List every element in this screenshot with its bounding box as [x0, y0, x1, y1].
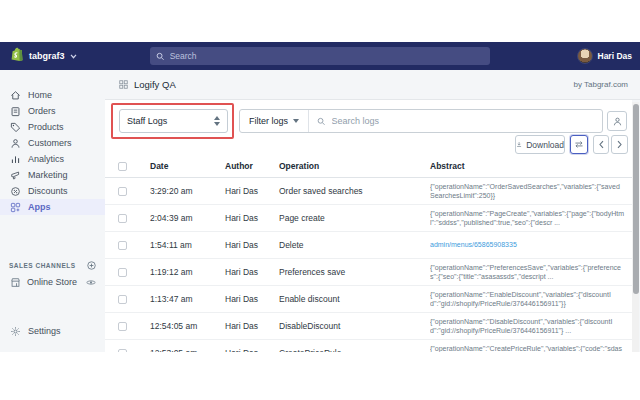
app-header: Logify QA by Tabgraf.com [105, 70, 640, 100]
user-avatar [577, 48, 593, 64]
search-icon [156, 52, 165, 61]
table-row[interactable]: 1:19:12 am Hari Das Preferences save {"o… [105, 259, 632, 286]
row-abstract: {"operationName":"CreatePriceRule","vari… [430, 344, 632, 353]
row-date: 1:54:11 am [150, 240, 225, 250]
column-header-author: Author [225, 161, 279, 171]
filter-logs-button[interactable]: Filter logs [240, 110, 309, 132]
column-header-date: Date [150, 161, 225, 171]
row-checkbox[interactable] [118, 295, 127, 304]
sidebar-item-orders[interactable]: Orders [0, 103, 105, 119]
row-author: Hari Das [225, 186, 279, 196]
store-name: tabgraf3 [29, 51, 65, 61]
row-operation: Order saved searches [279, 186, 430, 196]
sidebar-item-label: Apps [28, 202, 51, 212]
next-page-button[interactable] [611, 135, 628, 154]
table-row[interactable]: 1:54:11 am Hari Das Delete admin/menus/6… [105, 232, 632, 259]
global-search-input[interactable] [170, 51, 484, 61]
chevron-down-icon [293, 119, 299, 123]
log-search[interactable] [309, 110, 602, 132]
row-author: Hari Das [225, 213, 279, 223]
table-body: 3:29:20 am Hari Das Order saved searches… [105, 178, 632, 352]
row-operation: DisableDiscount [279, 321, 430, 331]
log-search-input[interactable] [332, 116, 594, 126]
sidebar-item-label: Marketing [28, 170, 68, 180]
scrollbar-thumb[interactable] [633, 104, 639, 294]
log-type-select[interactable]: Staff Logs [119, 109, 228, 133]
row-date: 1:19:12 am [150, 267, 225, 277]
person-icon [612, 116, 623, 127]
download-label: Download [526, 140, 564, 150]
page-title: Logify QA [134, 79, 176, 90]
app-grid-icon [119, 80, 128, 89]
refresh-button[interactable] [570, 135, 588, 154]
download-icon [516, 140, 522, 149]
sidebar-item-label: Customers [28, 138, 72, 148]
sales-channels-section: SALES CHANNELS [0, 258, 105, 272]
scrollbar[interactable] [632, 102, 639, 352]
sidebar-item-apps[interactable]: Apps [0, 199, 105, 215]
sidebar-item-label: Discounts [28, 186, 68, 196]
sidebar-item-discounts[interactable]: Discounts [0, 183, 105, 199]
app-byline: by Tabgraf.com [573, 80, 628, 89]
author-filter-button[interactable] [607, 111, 627, 131]
sidebar-item-online-store[interactable]: Online Store [0, 274, 105, 290]
table-row[interactable]: 2:04:39 am Hari Das Page create {"operat… [105, 205, 632, 232]
row-checkbox[interactable] [118, 268, 127, 277]
row-abstract: {"operationName":"OrderSavedSearches","v… [430, 182, 632, 201]
row-abstract: {"operationName":"EnableDiscount","varia… [430, 290, 632, 309]
sidebar-item-customers[interactable]: Customers [0, 135, 105, 151]
row-checkbox[interactable] [118, 187, 127, 196]
row-abstract: {"operationName":"DisableDiscount","vari… [430, 317, 632, 336]
products-icon [10, 122, 21, 133]
shopify-logo-icon [10, 47, 24, 66]
sidebar-item-label: Orders [28, 106, 56, 116]
sidebar-item-analytics[interactable]: Analytics [0, 151, 105, 167]
select-all-checkbox[interactable] [118, 162, 127, 171]
swap-arrows-icon [574, 140, 584, 149]
row-operation: Preferences save [279, 267, 430, 277]
storefront-icon [10, 277, 21, 288]
previous-page-button[interactable] [593, 135, 609, 154]
admin-topbar: tabgraf3 Hari Das [0, 42, 640, 70]
chevron-down-icon [70, 54, 77, 59]
admin-sidebar: Home Orders Products Customers Analytics… [0, 70, 105, 352]
row-author: Hari Das [225, 348, 279, 352]
global-search[interactable] [150, 47, 490, 65]
row-author: Hari Das [225, 267, 279, 277]
add-channel-icon[interactable] [87, 261, 96, 270]
filter-logs-label: Filter logs [249, 116, 288, 126]
browser-viewport: tabgraf3 Hari Das Home Orders Products [0, 42, 640, 352]
row-date: 12:53:05 am [150, 348, 225, 352]
sidebar-item-marketing[interactable]: Marketing [0, 167, 105, 183]
table-header: Date Author Operation Abstract [105, 155, 632, 178]
store-switcher[interactable]: tabgraf3 [10, 42, 77, 70]
user-menu[interactable]: Hari Das [577, 42, 633, 70]
table-row[interactable]: 12:54:05 am Hari Das DisableDiscount {"o… [105, 313, 632, 340]
row-checkbox[interactable] [118, 241, 127, 250]
row-date: 2:04:39 am [150, 213, 225, 223]
apps-icon [10, 202, 21, 213]
logs-card: Staff Logs Filter logs Download [105, 100, 632, 352]
analytics-icon [10, 154, 21, 165]
sidebar-item-home[interactable]: Home [0, 87, 105, 103]
row-date: 1:13:47 am [150, 294, 225, 304]
row-checkbox[interactable] [118, 349, 127, 353]
sidebar-item-products[interactable]: Products [0, 119, 105, 135]
row-checkbox[interactable] [118, 322, 127, 331]
home-icon [10, 90, 21, 101]
table-row[interactable]: 3:29:20 am Hari Das Order saved searches… [105, 178, 632, 205]
table-row[interactable]: 1:13:47 am Hari Das Enable discount {"op… [105, 286, 632, 313]
row-operation: CreatePriceRule [279, 348, 430, 352]
sidebar-item-settings[interactable]: Settings [0, 323, 105, 339]
sidebar-item-label: Online Store [27, 277, 80, 287]
search-icon [317, 117, 326, 126]
eye-icon[interactable] [86, 279, 96, 286]
row-author: Hari Das [225, 321, 279, 331]
sales-channels-label: SALES CHANNELS [9, 262, 76, 269]
sidebar-item-label: Home [28, 90, 52, 100]
filter-group: Filter logs [239, 109, 603, 133]
table-row[interactable]: 12:53:05 am Hari Das CreatePriceRule {"o… [105, 340, 632, 352]
row-checkbox[interactable] [118, 214, 127, 223]
download-button[interactable]: Download [515, 135, 565, 154]
row-abstract-link[interactable]: admin/menus/65865908335 [430, 240, 632, 250]
